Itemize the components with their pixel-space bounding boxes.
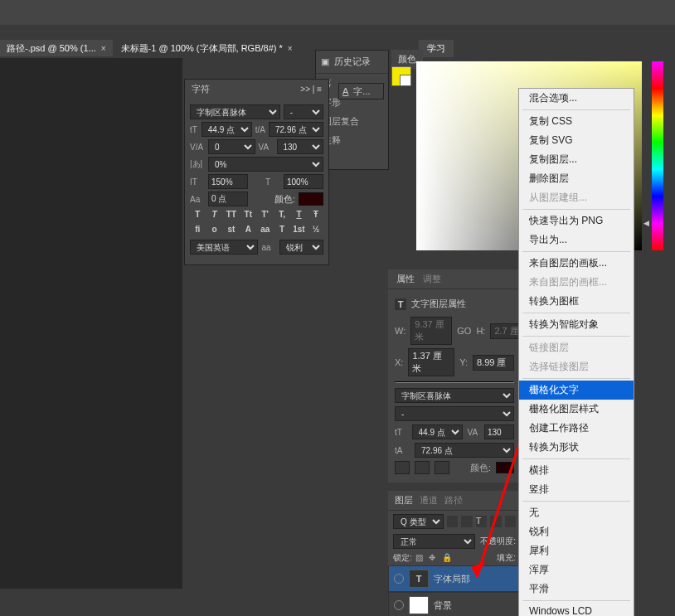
baseline-input[interactable] (208, 192, 248, 206)
disc-button[interactable]: st (225, 225, 238, 236)
leading-input[interactable]: 72.96 点 (269, 122, 323, 137)
tab-layers[interactable]: 图层 (395, 494, 413, 507)
hscale-input[interactable] (284, 174, 323, 189)
menu-item[interactable]: 快速导出为 PNG (519, 211, 634, 230)
prop-color-swatch[interactable] (496, 462, 514, 473)
ordinal-button[interactable]: 1st (292, 225, 305, 236)
visibility-icon[interactable] (394, 574, 404, 584)
italic-button[interactable]: T (208, 210, 221, 221)
x-input[interactable]: 1.37 厘米 (408, 348, 454, 376)
menu-item[interactable]: 竖排 (519, 480, 634, 499)
layer-row[interactable]: T 字体局部 (388, 565, 521, 592)
titling-button[interactable]: T (275, 225, 289, 236)
background-color-swatch[interactable] (400, 75, 411, 86)
menu-item[interactable]: Windows LCD (519, 603, 634, 616)
tab-channels[interactable]: 通道 (420, 494, 438, 507)
kerning-input[interactable]: 0 (208, 139, 255, 154)
menu-item[interactable]: 复制 SVG (519, 131, 634, 150)
font-family-select[interactable]: 字制区喜脉体 (190, 104, 280, 119)
menu-item[interactable]: 创建工作路径 (519, 419, 634, 438)
lock-pixels-icon[interactable]: ▨ (415, 553, 425, 563)
hue-slider[interactable] (652, 61, 663, 250)
menu-item[interactable]: 复制图层... (519, 150, 634, 169)
blend-mode-select[interactable]: 正常 (393, 534, 475, 549)
menu-item[interactable]: 无 (519, 503, 634, 522)
filter-adjust-icon[interactable] (461, 516, 472, 527)
tab-adjustments[interactable]: 调整 (423, 273, 441, 285)
lock-position-icon[interactable]: ✥ (429, 553, 439, 563)
menu-item[interactable]: 导出为... (519, 230, 634, 250)
visibility-icon[interactable] (394, 600, 404, 610)
prop-track-input[interactable] (484, 424, 514, 439)
menu-item[interactable]: 转换为图框 (519, 292, 634, 311)
allcaps-button[interactable]: TT (225, 210, 238, 221)
char-button[interactable]: 字... (353, 85, 370, 98)
menu-item[interactable]: 来自图层的画板... (519, 254, 634, 273)
learn-tab[interactable]: 学习 (419, 40, 454, 57)
tracking-input[interactable]: 130 (277, 139, 324, 154)
menu-item[interactable]: 混合选项... (519, 89, 634, 108)
menu-item[interactable]: 复制 CSS (519, 112, 634, 131)
menu-item[interactable]: 栅格化文字 (519, 381, 634, 400)
filter-smart-icon[interactable] (505, 516, 516, 527)
tab-label: 路径-.psd @ 50% (1... (7, 42, 96, 55)
aa-select[interactable]: 锐利 (279, 240, 323, 255)
align-left-button[interactable] (395, 461, 410, 474)
prop-style-select[interactable]: - (395, 406, 514, 421)
menu-item[interactable]: 转换为智能对象 (519, 315, 634, 334)
layer-filter-type[interactable]: Q 类型 (393, 514, 444, 529)
font-style-select[interactable]: - (284, 104, 323, 119)
scale-input[interactable]: 0% (208, 157, 323, 172)
menu-item[interactable]: 栅格化图层样式 (519, 400, 634, 419)
alt-button[interactable]: o (208, 225, 221, 236)
swash-button[interactable]: A (241, 225, 255, 236)
superscript-button[interactable]: T' (259, 210, 272, 221)
menu-item[interactable]: 犀利 (519, 541, 634, 560)
hscale-icon: T (265, 177, 280, 187)
fraction-button[interactable]: ½ (309, 225, 323, 236)
close-icon[interactable]: × (101, 44, 106, 53)
filter-pixel-icon[interactable] (447, 516, 458, 527)
prop-size-input[interactable]: 44.9 点 (412, 424, 463, 439)
document-tab-2[interactable]: 未标题-1 @ 100% (字体局部, RGB/8#) * × (114, 40, 299, 56)
lock-all-icon[interactable]: 🔒 (442, 553, 452, 563)
menu-item[interactable]: 锐利 (519, 522, 634, 541)
width-input[interactable]: 9.37 厘米 (410, 317, 452, 345)
ligature-button[interactable]: fi (191, 225, 204, 236)
vscale-input[interactable] (208, 174, 248, 189)
stylistic-button[interactable]: aa (259, 225, 272, 236)
prop-font-select[interactable]: 字制区喜脉体 (395, 388, 514, 403)
menu-item[interactable]: 转换为形状 (519, 438, 634, 457)
menu-item[interactable]: 平滑 (519, 580, 634, 599)
tab-properties[interactable]: 属性 (396, 273, 415, 285)
menu-item: 选择链接图层 (519, 357, 634, 376)
font-size-input[interactable]: 44.9 点 (202, 122, 252, 137)
lang-select[interactable]: 美国英语 (190, 240, 258, 255)
menu-item[interactable]: 删除图层 (519, 169, 634, 188)
filter-shape-icon[interactable] (490, 516, 501, 527)
layer-row[interactable]: 背景 (388, 592, 521, 616)
menu-item[interactable]: 浑厚 (519, 560, 634, 580)
properties-panel: 属性 调整 T 文字图层属性 W: 9.37 厘米 GO H: 2.7 厘 X:… (388, 269, 521, 483)
bold-button[interactable]: T (191, 210, 204, 221)
underline-button[interactable]: T (292, 210, 305, 221)
layer-name[interactable]: 字体局部 (434, 573, 470, 585)
close-icon[interactable]: × (288, 44, 293, 53)
canvas[interactable] (0, 58, 182, 589)
align-right-button[interactable] (435, 461, 449, 474)
prop-leading-input[interactable]: 72.96 点 (415, 443, 514, 458)
link-icon[interactable]: GO (457, 326, 471, 336)
panel-menu-icon[interactable]: >> | ≡ (300, 85, 322, 94)
document-tab-1[interactable]: 路径-.psd @ 50% (1... × (0, 40, 113, 56)
smallcaps-button[interactable]: Tt (241, 210, 255, 221)
align-center-button[interactable] (415, 461, 430, 474)
strike-button[interactable]: Ŧ (309, 210, 323, 221)
layer-name[interactable]: 背景 (434, 599, 452, 612)
filter-type-icon[interactable]: T (476, 516, 487, 527)
text-color-swatch[interactable] (299, 192, 323, 206)
type-orientation-icon[interactable]: A (342, 86, 348, 96)
menu-item[interactable]: 横排 (519, 461, 634, 480)
subscript-button[interactable]: T, (275, 210, 289, 221)
tab-paths[interactable]: 路径 (444, 494, 463, 507)
y-input[interactable]: 8.99 厘 (473, 355, 514, 371)
